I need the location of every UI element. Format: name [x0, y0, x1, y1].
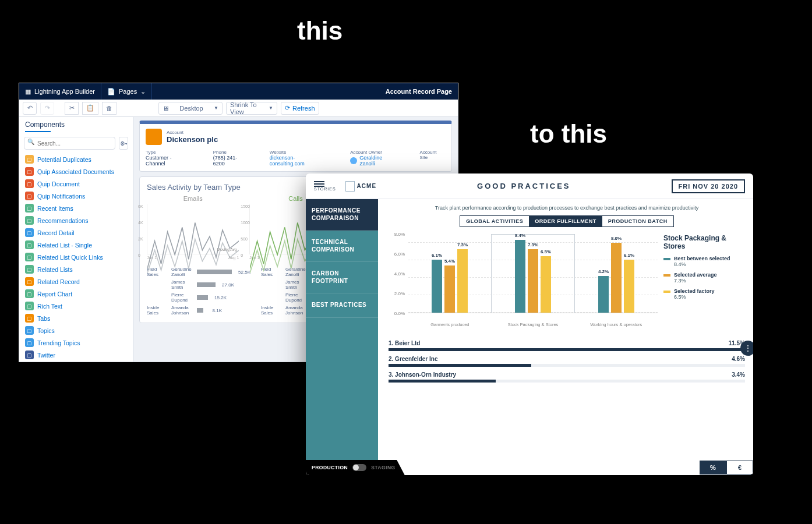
- sidebar-item[interactable]: BEST PRACTICES: [306, 293, 378, 318]
- component-item[interactable]: ▢Potential Duplicates: [24, 153, 128, 165]
- header: STORIES ACME GOOD PRACTICES FRI NOV 20 2…: [306, 174, 753, 199]
- legend-item: Selected factory6.5%: [663, 288, 745, 300]
- redo-button[interactable]: ↷: [40, 102, 54, 115]
- ranking-row[interactable]: 1. Beier Ltd11.5%: [389, 338, 745, 353]
- component-icon: ▢: [25, 192, 34, 200]
- component-icon: ▢: [25, 265, 34, 274]
- component-icon: ▢: [25, 216, 34, 225]
- acme-dashboard: STORIES ACME GOOD PRACTICES FRI NOV 20 2…: [306, 174, 753, 475]
- bar: 6.1%: [624, 260, 634, 313]
- tab[interactable]: GLOBAL ACTIVITIES: [460, 216, 529, 226]
- component-item[interactable]: ▢Related List - Single: [24, 239, 128, 251]
- rank-row: Pierre Dupond15.2K: [147, 291, 250, 304]
- delete-button[interactable]: 🗑: [102, 102, 116, 115]
- unit-toggle: % €: [700, 461, 753, 475]
- toolbar: ↶ ↷ ✂ 📋 🗑 🖥Desktop▼ Shrink To View▼ ⟳ Re…: [19, 100, 458, 117]
- component-icon: ▢: [25, 228, 34, 237]
- component-item[interactable]: ▢Quip Document: [24, 178, 128, 190]
- chevron-down-icon: ⌄: [140, 88, 146, 95]
- device-dropdown[interactable]: 🖥Desktop▼: [158, 102, 223, 115]
- component-item[interactable]: ▢Tabs: [24, 312, 128, 324]
- bar-group[interactable]: 4.2%8.0%6.1%: [575, 234, 658, 313]
- bar-group[interactable]: 8.4%7.3%6.5%: [491, 234, 575, 313]
- pages-dropdown[interactable]: 📄 Pages ⌄: [101, 83, 152, 100]
- component-item[interactable]: ▢Topics: [24, 324, 128, 337]
- component-item[interactable]: ▢Record Detail: [24, 226, 128, 239]
- unit-euro[interactable]: €: [726, 461, 753, 475]
- refresh-button[interactable]: ⟳ Refresh: [281, 102, 319, 115]
- main-content: Track plant performance according to pro…: [378, 199, 753, 460]
- component-item[interactable]: ▢Trending Topics: [24, 337, 128, 349]
- bar: 8.0%: [611, 243, 622, 313]
- legend-item: Best between selected8.4%: [663, 256, 745, 267]
- component-item[interactable]: ▢Quip Associated Documents: [24, 165, 128, 178]
- settings-button[interactable]: ⚙▾: [119, 137, 128, 150]
- entity-label: Account: [167, 130, 218, 135]
- copy-button[interactable]: 📋: [82, 102, 98, 115]
- env-toggle[interactable]: PRODUCTION STAGING: [306, 460, 405, 475]
- segment-tabs: GLOBAL ACTIVITIESORDER FULFILLMENTPRODUC…: [460, 215, 673, 227]
- page-title: Account Record Page: [380, 83, 458, 100]
- component-item[interactable]: ▢Recommendations: [24, 214, 128, 226]
- sidebar-item[interactable]: PERFORMANCE COMPARAISON: [306, 199, 378, 231]
- avatar: [350, 157, 357, 164]
- component-item[interactable]: ▢Related Lists: [24, 263, 128, 275]
- bar: 6.1%: [432, 260, 442, 313]
- component-item[interactable]: ▢Twitter: [24, 349, 128, 361]
- sidebar-item[interactable]: CARBON FOOTPRINT: [306, 262, 378, 293]
- legend-panel: Stock Packaging & Stores Best between se…: [663, 234, 745, 327]
- bar: 5.4%: [444, 265, 455, 313]
- page-icon: 📄: [107, 88, 115, 95]
- component-icon: ▢: [25, 253, 34, 261]
- logo-icon: [345, 181, 355, 192]
- bar: 7.3%: [457, 249, 468, 313]
- rank-row: Inside SalesAmanda Johnson8.1K: [147, 304, 250, 317]
- component-icon: ▢: [25, 204, 34, 213]
- zoom-dropdown[interactable]: Shrink To View▼: [226, 102, 277, 115]
- component-item[interactable]: ▢Report Chart: [24, 288, 128, 300]
- legend-title: Stock Packaging & Stores: [663, 234, 745, 251]
- tab[interactable]: PRODUCTION BATCH: [602, 216, 673, 226]
- component-icon: ▢: [25, 277, 34, 286]
- ranking-list: 1. Beier Ltd11.5%2. Greenfelder Inc4.6%3…: [389, 338, 745, 385]
- app-name[interactable]: ▦ Lightning App Builder: [19, 83, 101, 100]
- component-icon: ▢: [25, 240, 34, 249]
- component-item[interactable]: ▢Recent Items: [24, 202, 128, 214]
- component-search-input[interactable]: [24, 137, 115, 150]
- tab[interactable]: ORDER FULFILLMENT: [529, 216, 602, 226]
- brand-logo[interactable]: ACME: [345, 181, 376, 192]
- component-item[interactable]: ▢Rich Text: [24, 300, 128, 312]
- sidebar-item[interactable]: TECHNICAL COMPARISON: [306, 231, 378, 262]
- cut-button[interactable]: ✂: [65, 102, 79, 115]
- gear-icon: ⚙: [120, 140, 125, 147]
- component-item[interactable]: ▢Quip Notifications: [24, 190, 128, 202]
- more-actions-button[interactable]: ⋮: [740, 341, 753, 356]
- bar: 4.2%: [598, 276, 609, 313]
- date-display[interactable]: FRI NOV 20 2020: [672, 179, 745, 193]
- bar: 8.4%: [515, 240, 525, 313]
- ranking-row[interactable]: 2. Greenfelder Inc4.6%: [389, 353, 745, 369]
- unit-percent[interactable]: %: [700, 461, 726, 475]
- owner-link[interactable]: Geraldine Zanolli: [359, 155, 398, 167]
- tagline: Track plant performance according to pro…: [389, 205, 745, 211]
- component-icon: ▢: [25, 167, 34, 176]
- ranking-row[interactable]: 3. Johnson-Orn Industry3.4%: [389, 369, 745, 385]
- hamburger-icon: [314, 181, 336, 187]
- component-icon: ▢: [25, 338, 34, 347]
- component-item[interactable]: ▢Related List Quick Links: [24, 251, 128, 263]
- toggle-switch[interactable]: [352, 464, 366, 471]
- bar-chart: 8.0%6.0%4.0%2.0%0.0%6.1%5.4%7.3%8.4%7.3%…: [389, 234, 658, 327]
- heading-to-this: to this: [530, 119, 607, 148]
- stories-menu[interactable]: STORIES: [314, 181, 336, 191]
- legend-swatch: [663, 291, 670, 293]
- component-icon: ▢: [25, 179, 34, 188]
- heading-this: this: [297, 16, 343, 45]
- component-icon: ▢: [25, 289, 34, 298]
- bar: 7.3%: [528, 249, 538, 313]
- undo-button[interactable]: ↶: [23, 102, 37, 115]
- footer: PRODUCTION STAGING % €: [306, 460, 753, 475]
- component-item[interactable]: ▢Related Record: [24, 275, 128, 288]
- website-link[interactable]: dickenson-consulting.com: [270, 155, 330, 167]
- account-card[interactable]: Account Dickenson plc TypeCustomer - Cha…: [139, 121, 452, 172]
- bar-group[interactable]: 6.1%5.4%7.3%: [408, 234, 491, 313]
